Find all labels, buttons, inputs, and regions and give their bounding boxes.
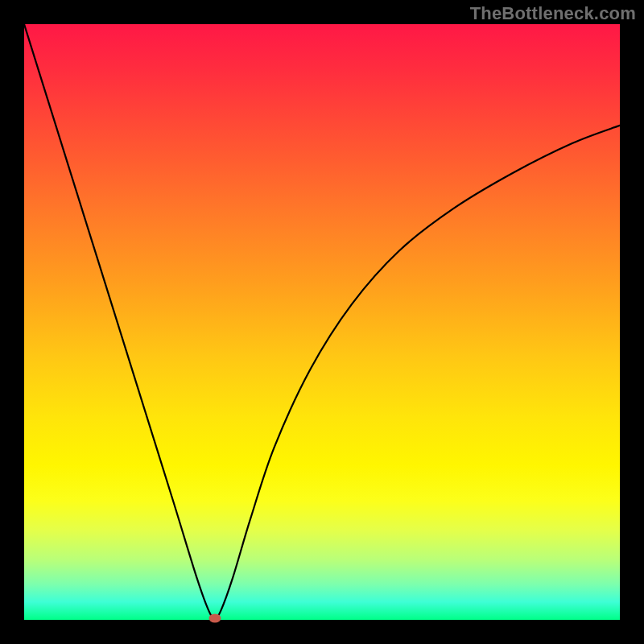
chart-frame: TheBottleneck.com [0,0,644,644]
bottleneck-curve [24,24,620,620]
plot-area [24,24,620,620]
watermark-text: TheBottleneck.com [470,3,636,24]
min-marker-icon [208,613,221,622]
